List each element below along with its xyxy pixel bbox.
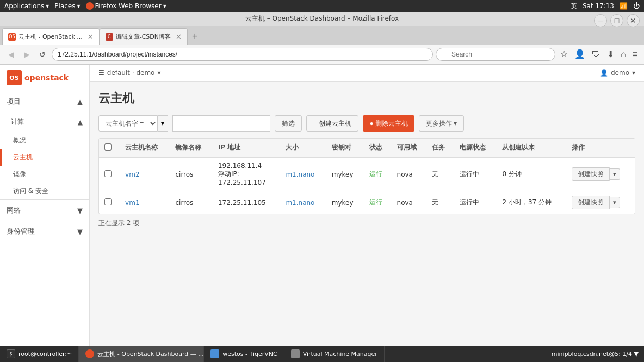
row-checkbox (99, 157, 120, 191)
sidebar-item-overview[interactable]: 概况 (0, 132, 89, 149)
snapshot-button-vm2[interactable]: 创建快照 (572, 167, 610, 181)
sidebar-header-compute[interactable]: 计算 ▲ (0, 112, 89, 132)
tab-csdn[interactable]: C 编辑文章-CSDN博客 ✕ (100, 28, 188, 45)
row-created-vm2: 0 分钟 (497, 157, 566, 191)
col-checkbox (99, 139, 120, 157)
back-button[interactable]: ◀ (4, 48, 17, 61)
row-select-checkbox-vm1[interactable] (104, 198, 112, 205)
filter-select[interactable]: 云主机名字 = (98, 115, 158, 132)
tab-favicon-1: OS (8, 33, 16, 41)
vmm-icon (291, 349, 300, 358)
tab-close-1[interactable]: ✕ (88, 33, 94, 41)
project-arrow: ▾ (157, 69, 160, 77)
shield-button[interactable]: 🛡 (590, 48, 603, 60)
col-image: 镜像名称 (170, 139, 213, 157)
wifi-icon: 📶 (620, 2, 628, 10)
os-sidebar: OS openstack 项目 ▲ 计算 ▲ 概况 云主机 镜像 (0, 65, 90, 360)
close-button[interactable]: ✕ (627, 14, 640, 27)
bookmark-star-button[interactable]: ☆ (558, 48, 570, 60)
sidebar-header-identity[interactable]: 身份管理 ▼ (0, 221, 89, 242)
row-power-vm1: 运行中 (454, 191, 497, 214)
taskbar-item-terminal[interactable]: $ root@controller:~ (0, 346, 79, 362)
reader-button[interactable]: 👤 (572, 48, 587, 60)
row-ip-vm1: 172.25.11.105 (213, 191, 280, 214)
taskbar-vnc-label: westos - TigerVNC (222, 351, 277, 358)
browser-tabs: OS 云主机 - OpenStack ... ✕ C 编辑文章-CSDN博客 ✕… (0, 26, 644, 45)
select-all-checkbox[interactable] (104, 143, 112, 151)
places-menu[interactable]: Places ▾ (54, 2, 80, 10)
project-icon: ☰ (98, 69, 104, 77)
row-size-vm1: m1.nano (280, 191, 326, 214)
taskbar-item-vnc[interactable]: westos - TigerVNC (204, 346, 284, 362)
project-selector[interactable]: ☰ default · demo ▾ (98, 69, 161, 77)
table-row: vm2 cirros 192.168.11.4 浮动IP: 172.25.11.… (99, 157, 635, 191)
sidebar-project-arrow: ▲ (77, 98, 83, 106)
browser-search-input[interactable] (436, 48, 555, 61)
download-button[interactable]: ⬇ (605, 48, 616, 60)
forward-button[interactable]: ▶ (20, 48, 33, 61)
url-bar[interactable] (52, 48, 433, 61)
toolbar: 云主机名字 = ▾ 筛选 + 创建云主机 ● 删除云主机 更多操作 ▾ (98, 115, 635, 132)
sidebar-item-access[interactable]: 访问 & 安全 (0, 183, 89, 199)
sidebar-identity-arrow: ▼ (77, 228, 83, 236)
user-menu[interactable]: 👤 demo ▾ (600, 69, 635, 77)
size-link-vm2[interactable]: m1.nano (286, 171, 314, 178)
row-actions-vm2: 创建快照 ▾ (566, 157, 635, 191)
more-actions-label: 更多操作 (426, 119, 452, 128)
row-zone-vm2: nova (392, 157, 427, 191)
sidebar-header-network[interactable]: 网络 ▼ (0, 200, 89, 221)
action-dropdown-vm1[interactable]: ▾ (610, 197, 620, 208)
snapshot-button-vm1[interactable]: 创建快照 (572, 196, 610, 209)
ip-primary-vm2: 192.168.11.4 (218, 162, 275, 170)
sidebar-item-images[interactable]: 镜像 (0, 166, 89, 183)
table-row: vm1 cirros 172.25.11.105 m1.nano mykey 运… (99, 191, 635, 214)
firefox-taskbar-icon (85, 349, 94, 358)
row-select-checkbox-vm2[interactable] (104, 170, 112, 177)
terminal-icon: $ (7, 349, 15, 358)
table-header: 云主机名称 镜像名称 IP 地址 大小 密钥对 状态 可用域 任务 电源状态 从… (99, 139, 635, 157)
ip-floating-vm2: 172.25.11.107 (218, 179, 275, 186)
language-indicator[interactable]: 英 (571, 2, 577, 11)
maximize-button[interactable]: □ (610, 14, 623, 27)
taskbar-right: minipblog.csdn.net@5: 1/4 ▼ (546, 346, 644, 362)
sidebar-item-instances[interactable]: 云主机 (0, 149, 89, 166)
row-checkbox (99, 191, 120, 214)
tab-close-2[interactable]: ✕ (176, 33, 182, 41)
sidebar-header-project[interactable]: 项目 ▲ (0, 91, 89, 112)
filter-button[interactable]: 筛选 (275, 115, 302, 132)
tab-instances[interactable]: OS 云主机 - OpenStack ... ✕ (2, 28, 100, 45)
taskbar-item-vmm[interactable]: Virtual Machine Manager (284, 346, 385, 362)
home-button[interactable]: ⌂ (618, 48, 628, 60)
applications-menu[interactable]: Applications ▾ (4, 2, 49, 10)
row-task-vm1: 无 (426, 191, 454, 214)
refresh-button[interactable]: ↺ (36, 48, 49, 61)
tab-label-2: 编辑文章-CSDN博客 (116, 33, 171, 41)
page-content: 云主机 云主机名字 = ▾ 筛选 + 创建云主机 ● 删除云主机 更多操作 ▾ (90, 82, 644, 236)
nav-actions: ☆ 👤 🛡 ⬇ ⌂ ≡ (558, 48, 640, 60)
user-arrow: ▾ (632, 69, 635, 77)
page-layout: OS openstack 项目 ▲ 计算 ▲ 概况 云主机 镜像 (0, 65, 644, 360)
size-link-vm1[interactable]: m1.nano (286, 199, 314, 207)
table-body: vm2 cirros 192.168.11.4 浮动IP: 172.25.11.… (99, 157, 635, 214)
filter-input[interactable] (172, 115, 270, 132)
sidebar-project-label: 项目 (7, 97, 21, 107)
create-button[interactable]: + 创建云主机 (306, 115, 358, 132)
sidebar-identity-label: 身份管理 (7, 227, 35, 236)
row-name-vm1: vm1 (120, 191, 170, 214)
more-actions-button[interactable]: 更多操作 ▾ (419, 115, 464, 132)
firefox-icon (86, 2, 94, 10)
col-size: 大小 (280, 139, 326, 157)
filter-select-arrow[interactable]: ▾ (158, 115, 168, 132)
action-dropdown-vm2[interactable]: ▾ (610, 168, 620, 180)
taskbar-item-browser[interactable]: 云主机 - OpenStack Dashboard — ... (79, 346, 204, 362)
menu-button[interactable]: ≡ (630, 48, 640, 60)
os-topbar-right: 英 Sat 17:13 📶 ⏻ (571, 2, 640, 11)
delete-button[interactable]: ● 删除云主机 (363, 115, 414, 132)
browser-menu[interactable]: Firefox Web Browser ▾ (86, 2, 166, 10)
new-tab-button[interactable]: + (188, 28, 202, 45)
vm1-link[interactable]: vm1 (125, 199, 139, 207)
vm2-link[interactable]: vm2 (125, 171, 139, 178)
col-keypair: 密钥对 (326, 139, 364, 157)
minimize-button[interactable]: ─ (594, 14, 607, 27)
power-icon[interactable]: ⏻ (633, 2, 640, 10)
